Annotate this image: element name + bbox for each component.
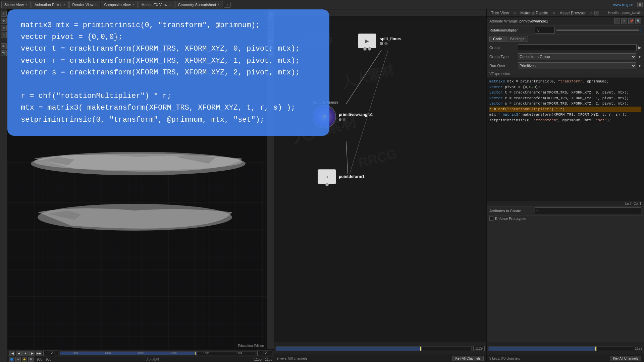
node-tl-marker (420, 347, 421, 351)
wrangle-icon-menu[interactable]: ☰ (614, 18, 620, 24)
tl-frame-display: 1129 (473, 346, 485, 351)
node-pd-info: pointdeform1 (339, 174, 365, 179)
group-arrow[interactable]: ▶ (638, 45, 641, 50)
toolbar-view[interactable]: 👁 (1, 43, 7, 49)
frame-start: 985 (37, 358, 43, 361)
node-play-icon: ▶ (365, 38, 369, 44)
step-start-button[interactable]: |◀ (9, 351, 15, 356)
step-back-button[interactable]: ◀ (16, 351, 22, 356)
add-tab-button[interactable]: + (224, 2, 230, 8)
toolbar-scale[interactable]: ⤡ (1, 32, 7, 38)
tab-close-icon[interactable]: ✕ (63, 3, 66, 6)
timeline-track[interactable]: 985 1008 1032 1056 1080 1104 (60, 351, 256, 355)
group-row: Group ▶ (487, 43, 644, 52)
tab-sep-3: ✕ (590, 11, 593, 15)
rotation-multiplier-label: Rotationmultiplier (489, 28, 533, 32)
rotation-slider[interactable] (556, 29, 639, 31)
wm-node-4: RRCG (357, 146, 398, 171)
node-pointdeform[interactable]: ||| pointdeform1 (318, 169, 365, 184)
grid-svg (7, 162, 274, 349)
code-bindings-tabs: Code Bindings (487, 35, 644, 43)
tab-tree-view[interactable]: Tree View (488, 10, 512, 16)
tab-sep-1: ✕ (513, 11, 516, 15)
maximize-icon[interactable]: ⊞ (637, 2, 643, 7)
node-tl-track[interactable] (276, 346, 472, 351)
status-icon-1[interactable]: 🔵 (9, 357, 14, 362)
attrs-input[interactable] (535, 207, 641, 214)
code-editor-line-5: vector s = cracktransform(XFORM_TRS, XFO… (489, 101, 641, 107)
right-tl-track[interactable] (488, 346, 633, 351)
key-all-channels-button-right[interactable]: Key All Channels (610, 356, 641, 361)
tab-scene-view[interactable]: Scene View ✕ (1, 1, 31, 8)
code-line-6: r = chf("rotationMultiplier") * r; (21, 90, 316, 102)
right-status-bar: 9 keys, 0/0 channels Key All Channels (487, 355, 644, 362)
enforce-checkbox[interactable] (489, 217, 493, 221)
tab-close-icon[interactable]: ✕ (95, 3, 97, 6)
port-2 (368, 47, 371, 51)
node-pd-ports (325, 183, 329, 186)
key-all-channels-button[interactable]: Key All Channels (452, 356, 484, 361)
run-over-label: Run Over (489, 64, 516, 68)
right-topbar: Tree View ✕ Material Palette ✕ Asset Bro… (487, 9, 644, 17)
current-frame-input[interactable] (43, 351, 58, 356)
parm-tweaks-label: Houdini - parm_tweaks (608, 11, 642, 15)
timeline-area: |◀ ◀ ■ ▶ ▶▶ 985 1008 (7, 349, 274, 362)
group-input[interactable] (518, 44, 637, 51)
toolbar-rotate[interactable]: ↻ (1, 25, 7, 31)
add-tab-right-button[interactable]: + (594, 11, 599, 15)
wrangle-node-type: Attribute Wrangle (489, 19, 518, 23)
code-line-4: vector r = cracktransform(XFORM_TRS, XFO… (21, 55, 316, 67)
slider-handle[interactable] (641, 27, 641, 33)
toolbar-move[interactable]: ✛ (1, 18, 7, 24)
group-type-arrow: ▼ (638, 55, 641, 59)
code-editor[interactable]: matrix3 mtx = primintrinsic(0, "transfor… (487, 77, 644, 201)
run-over-select[interactable]: Primitives (518, 62, 636, 69)
attrs-row: Attributes to Create (487, 206, 644, 216)
toolbar-select[interactable]: ↖ (1, 11, 7, 17)
tab-animation-editor[interactable]: Animation Editor ✕ (32, 1, 69, 8)
playback-controls: |◀ ◀ ■ ▶ ▶▶ (9, 351, 42, 356)
tab-bindings[interactable]: Bindings (506, 36, 528, 42)
tab-geometry-spreadsheet[interactable]: Geometry Spreadsheet ✕ (175, 1, 223, 8)
tab-motion-fx[interactable]: Motion FX View ✕ (139, 1, 174, 8)
group-type-row: Group Type Guess from Group ▼ (487, 52, 644, 61)
node-pw-label: primitivewrangle1 (339, 112, 373, 117)
tab-asset-browser[interactable]: Asset Browser (557, 10, 588, 16)
node-split-box: ▶ (358, 34, 376, 48)
rotation-multiplier-input[interactable] (535, 27, 555, 34)
frame-end-input[interactable] (257, 351, 272, 356)
status-icon-4[interactable]: 🖥 (28, 357, 34, 362)
param-rotation-multiplier: Rotationmultiplier (487, 26, 644, 35)
left-toolbar: ↖ ✛ ↻ ⤡ 👁 📷 (0, 9, 7, 362)
node-split-label: split_floors (380, 37, 401, 41)
status-icon-2[interactable]: ● (15, 357, 21, 362)
tab-material-palette[interactable]: Material Palette (518, 10, 551, 16)
tab-code[interactable]: Code (489, 36, 505, 42)
right-tl-fill (489, 347, 597, 351)
tab-close-icon[interactable]: ✕ (169, 3, 171, 6)
right-timeline: 1129 (487, 342, 644, 355)
node-split-floors[interactable]: ▶ split_floors (358, 34, 401, 48)
status-icon-3[interactable]: ⚡ (22, 357, 27, 362)
code-editor-line-1: matrix3 mtx = primintrinsic(0, "transfor… (489, 79, 641, 84)
tab-close-icon[interactable]: ✕ (132, 3, 135, 6)
node-ports (363, 47, 371, 51)
code-line-5: vector s = cracktransform(XFORM_TRS, XFO… (21, 67, 316, 78)
toolbar-cam[interactable]: 📷 (1, 50, 7, 56)
tab-bar: Scene View ✕ Animation Editor ✕ Render V… (0, 0, 644, 9)
group-type-select[interactable]: Guess from Group (518, 53, 636, 60)
wrangle-icon-pin[interactable]: 📌 (628, 18, 634, 24)
frame-end-display: 985 (46, 358, 52, 361)
wrangle-icon-zoom[interactable]: 🔍 (635, 18, 641, 24)
wrangle-icon-help[interactable]: ? (621, 18, 627, 24)
node-status-right: Key All Channels (452, 356, 484, 361)
play-button[interactable]: ▶ (29, 351, 35, 356)
node-pd-label: pointdeform1 (339, 174, 365, 179)
node-timeline: 1129 (274, 342, 486, 355)
step-fwd-button[interactable]: ▶▶ (36, 351, 42, 356)
tab-close-icon[interactable]: ✕ (217, 3, 220, 6)
tab-close-icon[interactable]: ✕ (25, 3, 28, 6)
tab-composite-view[interactable]: Composite View ✕ (101, 1, 138, 8)
stop-button[interactable]: ■ (22, 351, 29, 356)
tab-render-view[interactable]: Render View ✕ (69, 1, 101, 8)
